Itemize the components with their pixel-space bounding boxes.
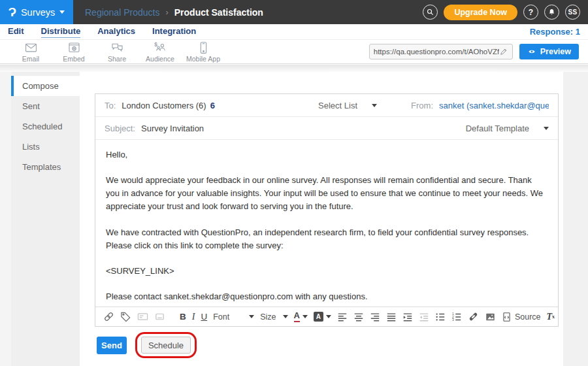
user-avatar[interactable]: SS (565, 5, 580, 20)
body-paragraph: We have contracted with QuestionPro, an … (106, 226, 547, 252)
channel-audience[interactable]: $ Audience (139, 41, 182, 63)
insert-tag-button[interactable] (120, 311, 131, 322)
email-sidebar: Compose Sent Scheduled Lists Templates (11, 72, 80, 366)
preview-button[interactable]: Preview (519, 44, 579, 59)
clear-format-button[interactable]: Tx (547, 312, 555, 322)
text-color-button[interactable]: A (294, 311, 308, 322)
italic-button[interactable]: I (192, 312, 195, 322)
to-value[interactable]: London Customers (6) (122, 101, 206, 110)
right-gutter (563, 72, 588, 366)
bulleted-list-icon (435, 312, 446, 322)
subject-value[interactable]: Survey Invitation (141, 124, 204, 133)
channel-share[interactable]: Share (95, 41, 139, 63)
size-select[interactable]: Size (260, 312, 287, 322)
help-button[interactable]: ? (523, 5, 538, 20)
hyperlink-button[interactable] (468, 311, 479, 322)
align-left-button[interactable] (337, 312, 348, 322)
align-center-button[interactable] (353, 312, 364, 322)
email-body-editor[interactable]: Hello, We would appreciate your feedback… (95, 141, 558, 307)
to-label: To: (105, 101, 116, 110)
tab-analytics[interactable]: Analytics (97, 26, 135, 37)
body-paragraph: Hello, (106, 148, 547, 161)
response-count[interactable]: Response: 1 (530, 27, 580, 37)
eye-icon (527, 48, 536, 56)
to-row: To: London Customers (6) 6 Select List F… (95, 94, 558, 117)
left-gutter (0, 72, 11, 366)
from-dropdown[interactable]: From: sanket (sanket.shekdar@ques... (411, 101, 549, 110)
search-button[interactable] (423, 5, 438, 20)
background-color-button[interactable]: A (314, 312, 331, 322)
survey-url-field[interactable] (369, 44, 513, 59)
breadcrumb-parent-link[interactable]: Regional Products (85, 7, 159, 18)
outdent-button[interactable] (419, 312, 429, 322)
select-list-dropdown[interactable]: Select List (318, 101, 377, 110)
bold-button[interactable]: B (180, 312, 186, 322)
sidebar-item-scheduled[interactable]: Scheduled (11, 116, 80, 137)
body-paragraph: Please contact sanket.shekdar@questionpr… (106, 290, 547, 303)
chevron-down-icon (59, 10, 65, 14)
sidebar-item-compose[interactable]: Compose (11, 76, 80, 96)
justify-icon (386, 312, 397, 322)
merge-card-button[interactable] (137, 311, 148, 322)
distribute-toolbar: Email Embed Share $ Audience Mobile App … (0, 39, 588, 64)
align-left-icon (337, 312, 348, 322)
help-icon: ? (529, 8, 533, 17)
schedule-button[interactable]: Schedule (141, 337, 191, 354)
upgrade-now-button[interactable]: Upgrade Now (444, 5, 517, 20)
chevron-down-icon (326, 315, 331, 318)
channel-mobile-app[interactable]: Mobile App (182, 41, 225, 63)
inline-widget-button[interactable] (154, 311, 165, 322)
underline-button[interactable]: U (201, 312, 207, 322)
search-icon (426, 8, 434, 16)
subject-row: Subject: Survey Invitation Default Templ… (95, 117, 558, 140)
svg-text:3: 3 (452, 318, 454, 322)
tag-icon (120, 311, 131, 322)
outdent-icon (419, 312, 429, 322)
share-icon (110, 41, 125, 54)
chevron-down-icon (544, 127, 549, 130)
from-value: sanket (sanket.shekdar@ques... (439, 101, 549, 110)
breadcrumb-separator: › (165, 7, 168, 17)
indent-button[interactable] (402, 312, 413, 322)
survey-url-input[interactable] (374, 48, 499, 56)
chevron-down-icon (283, 315, 288, 318)
justify-button[interactable] (386, 312, 397, 322)
embed-icon (67, 41, 82, 54)
tab-edit[interactable]: Edit (8, 26, 24, 37)
header-actions: Upgrade Now ? SS (423, 5, 588, 20)
notifications-button[interactable] (544, 5, 559, 20)
card-icon (137, 311, 148, 322)
tab-integration[interactable]: Integration (152, 26, 196, 37)
breadcrumb: Regional Products › Product Satisfaction (85, 7, 263, 18)
font-select[interactable]: Font (213, 312, 254, 322)
numbered-list-button[interactable]: 123 (451, 312, 462, 322)
surveys-menu[interactable]: Ɂ Surveys (0, 0, 73, 24)
edit-pencil-icon[interactable] (499, 47, 508, 56)
tab-distribute[interactable]: Distribute (41, 26, 81, 38)
sidebar-item-templates[interactable]: Templates (11, 157, 80, 177)
channel-email[interactable]: Email (9, 41, 52, 63)
sidebar-item-sent[interactable]: Sent (11, 96, 80, 116)
align-right-button[interactable] (370, 312, 380, 322)
from-label: From: (411, 101, 433, 110)
insert-image-button[interactable] (485, 312, 496, 322)
template-dropdown[interactable]: Default Template (466, 124, 549, 133)
chevron-down-icon (372, 104, 377, 107)
audience-icon: $ (153, 41, 168, 54)
align-right-icon (370, 312, 380, 322)
channel-embed[interactable]: Embed (52, 41, 95, 63)
questionpro-app: Ɂ Surveys Regional Products › Product Sa… (0, 0, 588, 366)
editor-toolbar: B I U Font Size A A (95, 307, 558, 326)
recipient-count[interactable]: 6 (210, 101, 215, 110)
link-icon (103, 311, 114, 322)
sidebar-item-lists[interactable]: Lists (11, 137, 80, 157)
body-paragraph: <SURVEY_LINK> (106, 265, 547, 278)
questionpro-logo-icon: Ɂ (8, 6, 16, 18)
insert-link-button[interactable] (103, 311, 114, 322)
body-paragraph: We would appreciate your feedback in our… (106, 174, 547, 213)
source-button[interactable]: Source (502, 312, 541, 322)
bulleted-list-button[interactable] (435, 312, 446, 322)
send-button[interactable]: Send (97, 337, 127, 354)
source-doc-icon (502, 312, 512, 322)
bell-icon (547, 8, 556, 16)
